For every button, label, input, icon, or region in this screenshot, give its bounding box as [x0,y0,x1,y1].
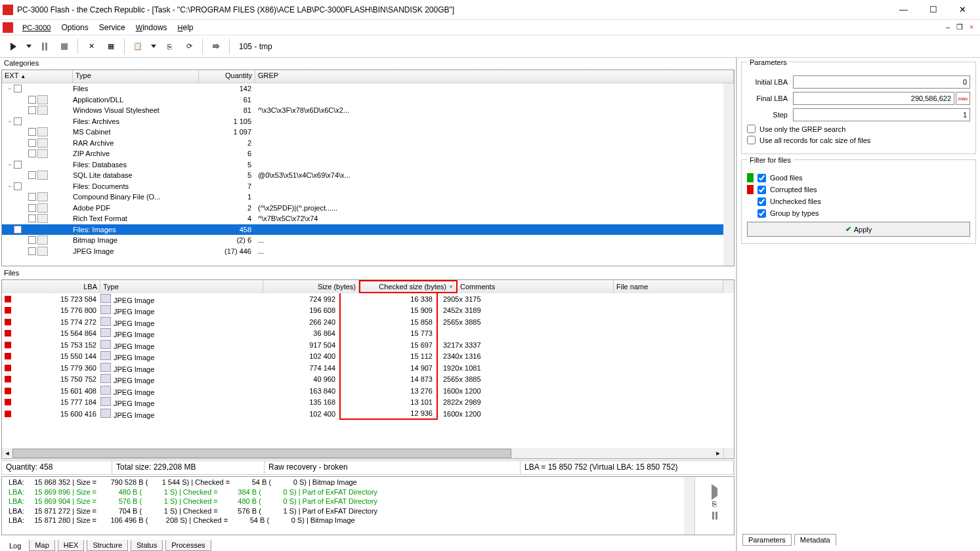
category-row[interactable]: SQL Lite database5@0\x53\x51\x4C\x69\x74… [2,170,734,181]
scroll-right-icon[interactable]: ► [713,450,723,457]
file-row[interactable]: 15 777 184JPEG Image135 16813 1012822x 2… [2,397,734,409]
minimize-button[interactable]: — [889,1,918,19]
tab-hex[interactable]: HEX [58,540,85,551]
save-menu-button[interactable] [148,37,159,56]
category-row[interactable]: MS Cabinet1 097 [2,127,734,138]
file-row[interactable]: 15 600 416JPEG Image102 40012 9361600x 1… [2,408,734,420]
group-by-types-checkbox[interactable] [757,209,766,218]
status-total: Total size: 229,208 MB [112,461,265,474]
tab-parameters[interactable]: Parameters [742,534,792,546]
file-row[interactable]: 15 723 584JPEG Image724 99216 3382905x 3… [2,293,734,305]
toolbar: ✕ ▦ 📋 ⎘ ⟳ ⭆ 105 - tmp [0,35,980,58]
close-button[interactable]: ✕ [948,1,977,19]
col-grep[interactable]: GREP [255,70,734,83]
categories-label: Categories [0,58,736,68]
tab-status[interactable]: Status [131,540,163,551]
stop-button[interactable] [55,37,74,56]
scroll-left-icon[interactable]: ◄ [2,450,12,457]
menu-windows[interactable]: Windows [131,22,173,33]
menu-help[interactable]: Help [173,22,199,33]
pause-button[interactable] [35,37,54,56]
category-row[interactable]: Compound Binary File (O...1 [2,192,734,203]
category-row[interactable]: JPEG Image(17) 446... [2,246,734,257]
corrupted-indicator-icon [5,307,11,314]
col-checked-size[interactable]: Checked size (bytes) ▼ [359,280,458,293]
exit-button[interactable]: ⭆ [207,37,225,56]
files-body[interactable]: 15 723 584JPEG Image724 99216 3382905x 3… [2,293,734,448]
col-comments[interactable]: Comments [458,280,614,293]
categories-panel: EXT ▲ Type Quantity GREP −Files142Applic… [1,70,735,266]
save-button[interactable]: 📋 [129,37,147,56]
tab-structure[interactable]: Structure [87,540,128,551]
initial-lba-input[interactable] [793,75,970,89]
unchecked-files-checkbox[interactable] [757,197,766,206]
col-ext[interactable]: EXT ▲ [2,70,73,83]
categories-body[interactable]: −Files142Application/DLL61Windows Visual… [2,83,734,266]
file-row[interactable]: 15 750 752JPEG Image40 96014 8732565x 38… [2,374,734,386]
scroll-thumb[interactable] [12,449,511,458]
category-row[interactable]: −Files: Archives1 105 [2,116,734,127]
step-input[interactable] [793,108,970,121]
corrupted-indicator-icon [5,411,11,417]
col-quantity[interactable]: Quantity [199,70,255,83]
col-filename[interactable]: File name [614,280,723,293]
file-row[interactable]: 15 550 144JPEG Image102 40015 1122340x 1… [2,351,734,363]
category-row[interactable]: RAR Archive2 [2,138,734,149]
max-button[interactable]: max [956,92,970,105]
category-row[interactable]: Bitmap Image(2) 6... [2,235,734,246]
col-lba[interactable]: LBA [2,280,100,293]
mdi-restore-button[interactable]: ❐ [954,23,966,31]
col-type[interactable]: Type [73,70,199,83]
file-row[interactable]: 15 776 800JPEG Image196 60815 9092452x 3… [2,305,734,317]
category-row[interactable]: −Files: Documents7 [2,181,734,192]
file-row[interactable]: 15 779 360JPEG Image774 14414 9071920x 1… [2,362,734,374]
category-row[interactable]: Adobe PDF2(^\x25PDF)|(^.project...... [2,203,734,214]
corrupted-indicator-icon [5,376,11,382]
log-play-icon[interactable] [712,488,717,496]
grid-button[interactable]: ▦ [102,37,120,56]
tools-button[interactable]: ✕ [82,37,100,56]
col-filetype[interactable]: Type [100,280,263,293]
check-icon: ✔ [845,225,851,234]
play-menu-button[interactable] [24,37,34,56]
file-row[interactable]: 15 753 152JPEG Image917 50415 6973217x 3… [2,339,734,351]
apply-button[interactable]: ✔Apply [747,222,970,237]
mdi-close-button[interactable]: × [966,23,977,31]
category-row[interactable]: −Files142 [2,83,734,94]
file-row[interactable]: 15 601 408JPEG Image163 84013 2761600x 1… [2,385,734,397]
tab-metadata[interactable]: Metadata [794,534,836,546]
menu-pc3000[interactable]: PC-3000 [17,22,56,33]
maximize-button[interactable]: ☐ [918,1,948,19]
category-row[interactable]: Application/DLL61 [2,94,734,106]
categories-scrollbar[interactable] [723,83,734,266]
export-button[interactable]: ⎘ [160,37,179,56]
log-export-icon[interactable]: ⎘ [712,500,717,508]
log-line: LBA: 15 869 896 | Size = 480 B ( 1 S) | … [9,488,677,498]
menu-options[interactable]: Options [56,22,93,33]
corrupted-files-checkbox[interactable] [757,186,766,194]
category-row[interactable]: ZIP Archive6 [2,148,734,159]
refresh-button[interactable]: ⟳ [180,37,198,56]
grep-only-checkbox[interactable] [747,125,756,133]
all-records-checkbox[interactable] [747,136,756,144]
file-row[interactable]: 15 564 864JPEG Image36 86415 773 [2,328,734,340]
category-row[interactable]: Windows Visual Stylesheet81^\x3C\x3F\x78… [2,105,734,116]
category-row[interactable]: −Files: Images458 [2,224,734,235]
final-lba-input[interactable] [793,92,954,105]
corrupted-indicator-icon [5,353,11,359]
menu-service[interactable]: Service [94,22,131,33]
mdi-minimize-button[interactable]: – [942,23,954,31]
category-row[interactable]: Rich Text Format4^\x7B\x5C\x72\x74 [2,213,734,224]
category-row[interactable]: −Files: Databases5 [2,159,734,171]
log-scrollbar[interactable] [684,477,694,535]
good-files-checkbox[interactable] [757,174,766,182]
tab-log[interactable]: Log [4,541,26,551]
file-row[interactable]: 15 774 272JPEG Image266 24015 8582565x 3… [2,316,734,328]
col-size[interactable]: Size (bytes) [263,280,359,293]
tab-map[interactable]: Map [29,540,54,551]
files-hscrollbar[interactable]: ◄ ► [2,448,734,459]
play-button[interactable] [4,37,22,56]
log-pause-icon[interactable] [712,512,717,520]
tab-processes[interactable]: Processes [165,540,211,551]
log-content[interactable]: LBA: 15 868 352 | Size = 790 528 B ( 1 5… [2,477,684,535]
